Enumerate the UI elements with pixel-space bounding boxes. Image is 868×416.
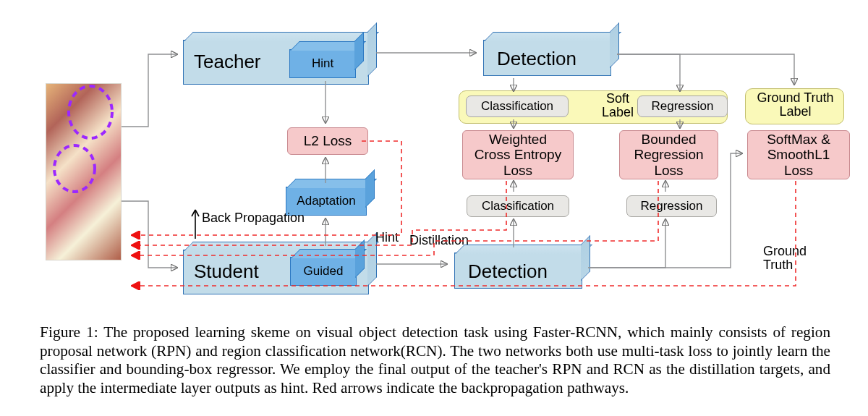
- distillation-annotation: Distillation: [409, 233, 469, 248]
- detection-top-label: Detection: [497, 48, 576, 70]
- l2-loss-box: L2 Loss: [287, 127, 368, 155]
- bounded-reg-loss-label: BoundedRegressionLoss: [634, 132, 703, 178]
- hint-annotation: Hint: [375, 230, 399, 245]
- ground-truth-label-text: Ground TruthLabel: [750, 91, 841, 119]
- weighted-ce-loss-label: WeightedCross EntropyLoss: [475, 132, 561, 178]
- classification-top-box: Classification: [466, 95, 569, 117]
- diagram-area: Teacher Hint Student Guided Adaptation L…: [0, 0, 868, 315]
- svg-point-1: [54, 145, 95, 192]
- classification-top-label: Classification: [481, 99, 553, 113]
- detection-bottom-block: Detection: [454, 252, 582, 289]
- connector-wires: [0, 0, 868, 315]
- input-image: [46, 83, 122, 260]
- detection-bottom-label: Detection: [468, 260, 548, 283]
- adaptation-label: Adaptation: [286, 194, 366, 208]
- regression-bottom-label: Regression: [641, 199, 703, 213]
- regression-bottom-box: Regression: [626, 195, 717, 217]
- figure-caption: Figure 1: The proposed learning skeme on…: [40, 323, 830, 397]
- teacher-label: Teacher: [194, 51, 261, 73]
- figure-caption-body: The proposed learning skeme on visual ob…: [40, 323, 830, 396]
- student-label: Student: [194, 260, 259, 283]
- soft-label-text: SoftLabel: [592, 92, 643, 119]
- face-annotation-ellipses: [46, 83, 122, 260]
- regression-top-label: Regression: [652, 99, 714, 113]
- classification-bottom-label: Classification: [482, 199, 554, 213]
- regression-top-box: Regression: [637, 95, 728, 117]
- detection-top-block: Detection: [483, 40, 611, 76]
- student-guided-label: Guided: [291, 264, 356, 279]
- ground-truth-label-group: Ground TruthLabel: [745, 88, 844, 124]
- teacher-hint-block: Hint: [289, 49, 356, 78]
- weighted-ce-loss-box: WeightedCross EntropyLoss: [462, 130, 574, 179]
- figure-number: Figure 1:: [40, 323, 98, 341]
- backprop-annotation: Back Propagation: [202, 211, 305, 226]
- bounded-reg-loss-box: BoundedRegressionLoss: [619, 130, 718, 179]
- softmax-smoothl1-box: SoftMax &SmoothL1Loss: [747, 130, 850, 179]
- teacher-hint-label: Hint: [290, 56, 355, 71]
- softmax-smoothl1-label: SoftMax &SmoothL1Loss: [767, 132, 830, 178]
- figure-root: Teacher Hint Student Guided Adaptation L…: [0, 0, 868, 416]
- student-guided-block: Guided: [290, 257, 357, 286]
- l2-loss-label: L2 Loss: [304, 133, 352, 148]
- classification-bottom-box: Classification: [467, 195, 569, 217]
- svg-point-0: [69, 86, 112, 138]
- ground-truth-annotation: GroundTruth: [763, 245, 807, 272]
